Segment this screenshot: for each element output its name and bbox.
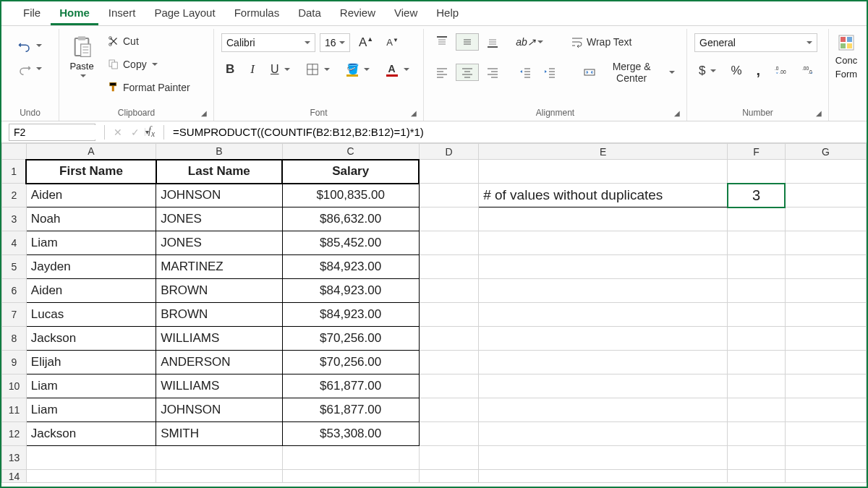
cell-e7[interactable]: [479, 303, 728, 327]
cell-a3[interactable]: Noah: [26, 207, 156, 231]
cell-a1[interactable]: First Name: [26, 160, 156, 184]
cell-a13[interactable]: [26, 446, 156, 470]
cell-f8[interactable]: [728, 327, 785, 351]
align-middle-button[interactable]: [456, 33, 479, 51]
cell-f7[interactable]: [728, 303, 785, 327]
cell-e3[interactable]: [479, 207, 728, 231]
insert-function-button[interactable]: fx: [144, 125, 159, 139]
row-header-10[interactable]: 10: [2, 374, 27, 398]
cell-e9[interactable]: [479, 351, 728, 374]
align-left-button[interactable]: [431, 64, 453, 80]
cell-a4[interactable]: Liam: [26, 231, 156, 255]
cell-c6[interactable]: $84,923.00: [282, 279, 419, 303]
cell-g5[interactable]: [785, 255, 866, 279]
cell-d11[interactable]: [419, 398, 478, 422]
cell-d1[interactable]: [419, 160, 478, 184]
row-header-5[interactable]: 5: [2, 255, 27, 279]
undo-button[interactable]: [14, 38, 46, 53]
cell-c12[interactable]: $53,308.00: [282, 422, 419, 446]
redo-button[interactable]: [14, 61, 46, 77]
tab-help[interactable]: Help: [427, 2, 467, 25]
tab-home[interactable]: Home: [51, 2, 98, 25]
cell-e1[interactable]: [479, 160, 728, 184]
tab-review[interactable]: Review: [331, 2, 384, 25]
cell-g7[interactable]: [785, 303, 866, 327]
cell-b14[interactable]: [156, 470, 282, 483]
cell-e5[interactable]: [479, 255, 728, 279]
col-header-e[interactable]: E: [479, 144, 728, 160]
cell-c4[interactable]: $85,452.00: [282, 231, 419, 255]
cell-a11[interactable]: Liam: [26, 398, 156, 422]
tab-formulas[interactable]: Formulas: [226, 2, 289, 25]
row-header-2[interactable]: 2: [2, 184, 27, 207]
cell-g9[interactable]: [785, 351, 866, 374]
alignment-launcher[interactable]: ◢: [672, 108, 682, 118]
cell-e13[interactable]: [479, 446, 728, 470]
cell-g3[interactable]: [785, 207, 866, 231]
cell-a6[interactable]: Aiden: [26, 279, 156, 303]
increase-font-button[interactable]: A▲: [354, 34, 378, 51]
increase-indent-button[interactable]: [539, 64, 561, 80]
cell-a9[interactable]: Elijah: [26, 351, 156, 374]
number-launcher[interactable]: ◢: [814, 108, 824, 118]
cell-d12[interactable]: [419, 422, 478, 446]
cell-c5[interactable]: $84,923.00: [282, 255, 419, 279]
cell-f11[interactable]: [728, 398, 785, 422]
cell-d13[interactable]: [419, 446, 478, 470]
decrease-indent-button[interactable]: [514, 64, 536, 80]
cell-d7[interactable]: [419, 303, 478, 327]
cell-a14[interactable]: [26, 470, 156, 483]
cell-b12[interactable]: SMITH: [156, 422, 282, 446]
cell-d5[interactable]: [419, 255, 478, 279]
cell-b11[interactable]: JOHNSON: [156, 398, 282, 422]
cell-e4[interactable]: [479, 231, 728, 255]
row-header-9[interactable]: 9: [2, 351, 27, 374]
comma-format-button[interactable]: ,: [752, 61, 765, 80]
col-header-g[interactable]: G: [785, 144, 866, 160]
cell-c10[interactable]: $61,877.00: [282, 374, 419, 398]
cell-a5[interactable]: Jayden: [26, 255, 156, 279]
cell-f3[interactable]: [728, 207, 785, 231]
cell-c2[interactable]: $100,835.00: [282, 184, 419, 207]
decrease-decimal-button[interactable]: .00.0: [798, 63, 820, 79]
row-header-14[interactable]: 14: [2, 470, 27, 483]
wrap-text-button[interactable]: Wrap Text: [566, 34, 637, 50]
cell-d4[interactable]: [419, 231, 478, 255]
align-right-button[interactable]: [482, 64, 503, 80]
cell-c1[interactable]: Salary: [282, 160, 419, 184]
cell-e8[interactable]: [479, 327, 728, 351]
cell-c7[interactable]: $84,923.00: [282, 303, 419, 327]
select-all-corner[interactable]: [2, 144, 27, 160]
cell-d8[interactable]: [419, 327, 478, 351]
col-header-d[interactable]: D: [419, 144, 478, 160]
cell-b3[interactable]: JONES: [156, 207, 282, 231]
underline-button[interactable]: U: [266, 61, 294, 77]
cell-d9[interactable]: [419, 351, 478, 374]
bold-button[interactable]: B: [221, 61, 239, 78]
percent-format-button[interactable]: %: [726, 62, 746, 80]
cell-g4[interactable]: [785, 231, 866, 255]
cell-b5[interactable]: MARTINEZ: [156, 255, 282, 279]
merge-center-button[interactable]: Merge & Center: [579, 59, 679, 85]
cell-a8[interactable]: Jackson: [26, 327, 156, 351]
cell-e11[interactable]: [479, 398, 728, 422]
cell-a7[interactable]: Lucas: [26, 303, 156, 327]
align-bottom-button[interactable]: [482, 34, 503, 50]
row-header-1[interactable]: 1: [2, 160, 27, 184]
row-header-8[interactable]: 8: [2, 327, 27, 351]
cell-f13[interactable]: [728, 446, 785, 470]
cell-d2[interactable]: [419, 184, 478, 207]
tab-page-layout[interactable]: Page Layout: [145, 2, 224, 25]
align-top-button[interactable]: [431, 34, 453, 50]
cell-c3[interactable]: $86,632.00: [282, 207, 419, 231]
cell-d10[interactable]: [419, 374, 478, 398]
font-color-button[interactable]: A: [381, 61, 414, 77]
cell-b13[interactable]: [156, 446, 282, 470]
cell-b4[interactable]: JONES: [156, 231, 282, 255]
cell-b7[interactable]: BROWN: [156, 303, 282, 327]
tab-view[interactable]: View: [386, 2, 426, 25]
cell-e6[interactable]: [479, 279, 728, 303]
col-header-f[interactable]: F: [728, 144, 785, 160]
cell-g14[interactable]: [785, 470, 866, 483]
tab-insert[interactable]: Insert: [100, 2, 145, 25]
